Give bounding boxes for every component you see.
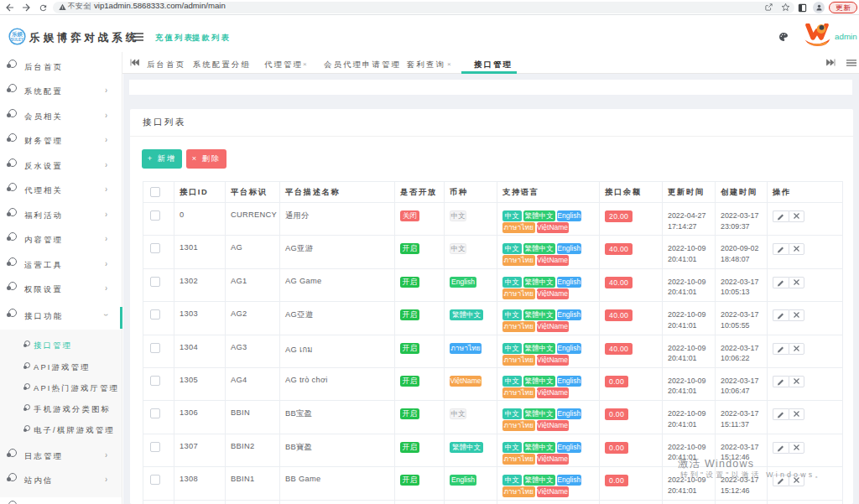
svg-text:乐娱: 乐娱 — [11, 31, 23, 38]
svg-text:SULEY: SULEY — [11, 38, 23, 42]
